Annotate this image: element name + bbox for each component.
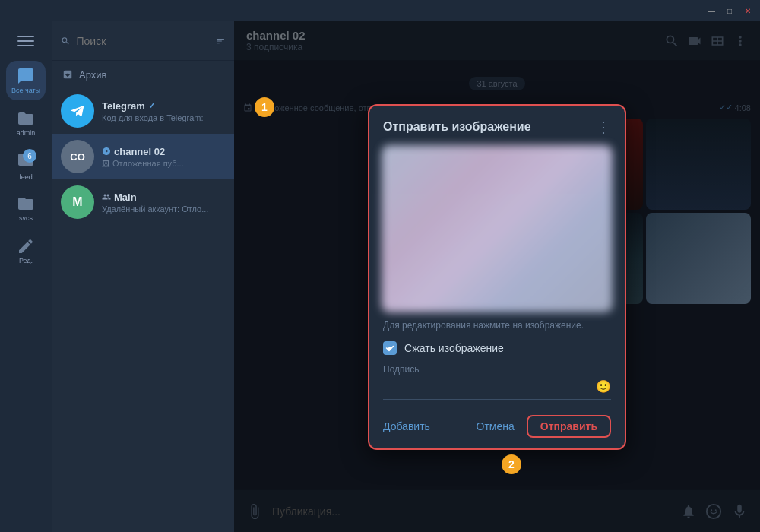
caption-area: Подпись 🙂 — [369, 361, 625, 407]
modal-overlay[interactable]: Отправить изображение ⋮ Для редактирован… — [234, 21, 760, 532]
avatar-channel02: CO — [61, 140, 94, 173]
chat-name-channel02: channel 02 — [114, 146, 165, 157]
sidebar-label-all-chats: Все чаты — [11, 87, 40, 94]
chat-item-main[interactable]: M Main Удалённый аккаунт: Отло... — [52, 179, 234, 225]
chat-name-main: Main — [114, 192, 137, 203]
chat-info-main: Main Удалённый аккаунт: Отло... — [102, 192, 225, 214]
sidebar-label-svcs: svcs — [19, 214, 33, 222]
chat-preview-main: Удалённый аккаунт: Отло... — [102, 204, 225, 214]
chat-item-channel02[interactable]: CO channel 02 🖼Отложенная пуб... — [52, 134, 234, 179]
add-button[interactable]: Добавить — [383, 420, 464, 432]
sidebar-item-svcs[interactable]: svcs — [6, 188, 46, 228]
sidebar-item-all-chats[interactable]: Все чаты — [6, 61, 46, 100]
search-bar — [52, 21, 234, 61]
compose-icon — [216, 35, 226, 47]
archive-label: Архив — [79, 69, 106, 81]
sidebar-label-edit: Ред. — [19, 257, 33, 264]
app-container: Все чаты admin 6 feed svcs — [0, 21, 760, 532]
modal-hint: Для редактирования нажмите на изображени… — [369, 312, 625, 335]
modal-title: Отправить изображение — [383, 120, 531, 134]
archive-row[interactable]: Архив — [52, 61, 234, 88]
send-button[interactable]: Отправить — [527, 415, 611, 438]
feed-badge: 6 — [23, 149, 36, 163]
modal-image-preview[interactable] — [382, 145, 613, 312]
compress-label: Сжать изображение — [404, 342, 504, 354]
compress-checkbox-row[interactable]: Сжать изображение — [369, 335, 625, 361]
chat-name-telegram: Telegram — [102, 100, 145, 112]
chat-preview-telegram: Код для входа в Telegram: — [102, 113, 225, 122]
icon-sidebar: Все чаты admin 6 feed svcs — [0, 21, 52, 532]
group-icon — [102, 192, 111, 201]
modal-header: Отправить изображение ⋮ — [369, 106, 625, 145]
sidebar-item-feed[interactable]: 6 feed — [6, 146, 46, 185]
send-image-modal: Отправить изображение ⋮ Для редактирован… — [368, 104, 626, 450]
avatar-main: M — [61, 185, 94, 219]
caption-input[interactable] — [383, 378, 596, 396]
titlebar: — □ ✕ — [0, 0, 760, 21]
channel-icon — [102, 147, 111, 156]
minimize-button[interactable]: — — [705, 5, 717, 17]
avatar-telegram — [61, 94, 94, 128]
maximize-button[interactable]: □ — [724, 5, 736, 17]
hamburger-menu[interactable] — [9, 27, 43, 55]
chat-info-telegram: Telegram ✓ Код для входа в Telegram: — [102, 100, 225, 122]
search-input[interactable] — [77, 35, 210, 47]
sidebar-label-admin: admin — [17, 129, 36, 137]
modal-more-icon[interactable]: ⋮ — [596, 118, 611, 136]
archive-icon — [62, 69, 73, 80]
chat-item-telegram[interactable]: Telegram ✓ Код для входа в Telegram: — [52, 88, 234, 134]
chat-preview-channel02: 🖼Отложенная пуб... — [102, 159, 225, 168]
search-icon — [61, 35, 71, 47]
chat-list-panel: Архив Telegram ✓ Код для входа в Telegra… — [52, 21, 234, 532]
sidebar-label-feed: feed — [19, 173, 33, 181]
caption-label: Подпись — [383, 364, 611, 375]
close-button[interactable]: ✕ — [742, 5, 754, 17]
cancel-button[interactable]: Отмена — [464, 420, 527, 432]
chat-main: channel 02 3 подписчика 31 августа С вло… — [234, 21, 760, 532]
verified-icon-telegram: ✓ — [148, 100, 156, 111]
compress-checkbox[interactable] — [383, 341, 397, 355]
chat-info-channel02: channel 02 🖼Отложенная пуб... — [102, 146, 225, 168]
caption-input-row: 🙂 — [383, 378, 611, 400]
sidebar-item-edit[interactable]: Ред. — [6, 231, 46, 271]
caption-emoji-icon[interactable]: 🙂 — [596, 379, 611, 394]
modal-footer: Добавить Отмена Отправить — [369, 407, 625, 448]
sidebar-item-admin[interactable]: admin — [6, 103, 46, 143]
